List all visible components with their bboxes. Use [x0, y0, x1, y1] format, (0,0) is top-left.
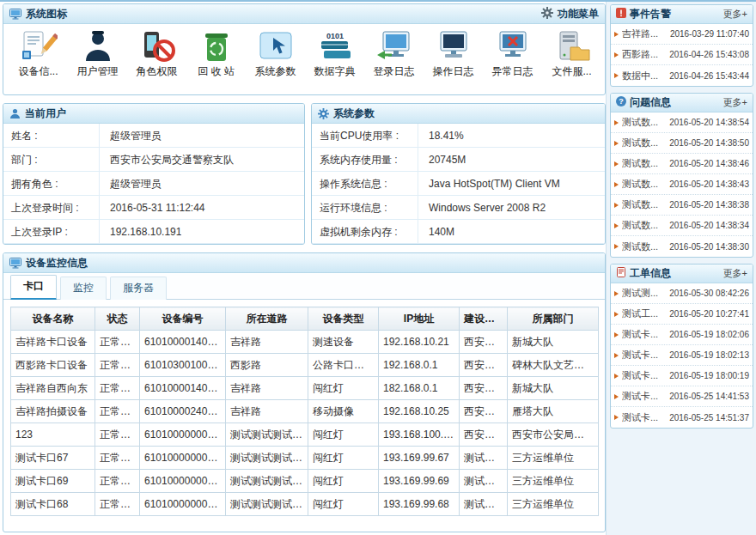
problem-item[interactable]: 测试数... 2016-05-20 14:38:43: [611, 174, 753, 195]
toolbar-item-recycle-bin[interactable]: 回 收 站: [186, 30, 246, 79]
work-order-item[interactable]: 测试卡... 2016-05-19 18:02:13: [611, 345, 753, 366]
work-order-item[interactable]: 测试工... 2016-05-20 10:27:41: [611, 304, 753, 325]
toolbar-item-label: 文件服...: [542, 64, 601, 79]
device-table-row[interactable]: 吉祥路自西向东 正常 61010000140001 吉祥路 闯红灯 182.16…: [11, 377, 599, 400]
status-badge: 正常: [100, 359, 131, 371]
toolbar-item-label: 角色权限: [127, 64, 186, 79]
event-alert-title: 事件告警: [630, 7, 671, 21]
work-order-header: 工单信息 更多+: [611, 264, 753, 283]
system-parameters-header: 系统参数: [312, 104, 605, 124]
toolbar-item-operation-log[interactable]: 操作日志: [424, 30, 483, 79]
cell-status: 正常: [95, 447, 140, 470]
cell-device-code: 61010000240005: [140, 400, 226, 423]
alert-item[interactable]: 数据中... 2016-04-26 15:43:44: [611, 65, 753, 86]
work-order-item[interactable]: 测试卡... 2016-05-25 14:41:53: [611, 386, 753, 407]
device-table-row[interactable]: 123 正常 61010000000701 测试测试测试测试1录 闯红灯 193…: [11, 423, 599, 447]
cell-road: 吉祥路: [226, 377, 308, 400]
bullet-icon: [614, 223, 619, 228]
toolbar-item-role-permissions[interactable]: 角色权限: [127, 30, 186, 79]
device-table-row[interactable]: 测试卡口68 正常 61010000000701 测试测试测试测试1录 闯红灯 …: [11, 493, 599, 516]
work-order-panel: 工单信息 更多+ 测试测... 2016-05-30 08:42:26 测试工.…: [610, 264, 753, 429]
toolbar-item-file-service[interactable]: 文件服...: [542, 30, 601, 79]
field-value: 140M: [418, 220, 454, 243]
cell-vendor: 测试厂商: [460, 470, 508, 493]
work-order-item[interactable]: 测试卡... 2016-05-19 18:00:19: [611, 366, 753, 386]
toolbar-item-device-info[interactable]: 设备信...: [9, 30, 68, 79]
alert-item[interactable]: 西影路... 2016-04-26 15:43:08: [611, 45, 753, 65]
dashboard: 系统图标 功能菜单 设备信...: [0, 0, 756, 535]
cell-status: 正常: [95, 493, 140, 516]
cell-road: 测试测试测试测试1录: [226, 493, 308, 516]
system-parameters-title: 系统参数: [333, 106, 375, 121]
function-menu-button[interactable]: 功能菜单: [541, 7, 599, 21]
field-label: 部门 :: [3, 148, 100, 171]
device-monitor-title: 设备监控信息: [26, 256, 88, 271]
problem-info-header: ? 问题信息 更多+: [611, 94, 753, 112]
toolbar-item-label: 用户管理: [68, 64, 127, 79]
work-order-item[interactable]: 测试卡... 2016-05-19 18:02:06: [611, 325, 753, 345]
file-service-icon: [542, 30, 601, 63]
current-user-title: 当前用户: [25, 106, 66, 121]
system-parameters-panel: 系统参数 当前CPU使用率 : 18.41% 系统内存使用量 : 20745M: [311, 103, 606, 245]
event-alert-more-link[interactable]: 更多+: [723, 8, 747, 21]
user-field-row: 上次登录IP : 192.168.10.191: [3, 220, 304, 244]
toolbar-item-exception-log[interactable]: 异常日志: [483, 30, 542, 79]
status-badge: 正常: [100, 475, 131, 487]
toolbar-item-system-parameters[interactable]: 系统参数: [246, 30, 305, 79]
status-badge: 正常: [100, 429, 131, 441]
problem-item[interactable]: 测试数... 2016-05-20 14:38:30: [611, 236, 753, 257]
problem-item[interactable]: 测试数... 2016-05-20 14:38:50: [611, 133, 753, 154]
field-label: 当前CPU使用率 :: [312, 124, 418, 147]
bullet-icon: [614, 353, 619, 358]
status-badge: 正常: [100, 336, 131, 348]
device-table-header-row: 设备名称 状态 设备编号 所在道路 设备类型 IP地址 建设厂家 所属部门: [11, 307, 599, 331]
toolbar-item-login-log[interactable]: 登录日志: [364, 30, 424, 79]
device-monitor-panel: 设备监控信息 卡口 监控 服务器 设备名称 状态 设备编号 所在道路: [3, 252, 606, 532]
work-order-item-time: 2016-05-19 18:00:19: [669, 371, 749, 380]
work-order-item[interactable]: 测试测... 2016-05-30 08:42:26: [611, 283, 753, 304]
problem-item[interactable]: 测试数... 2016-05-20 14:38:34: [611, 216, 753, 236]
cell-ip: 193.169.99.67: [379, 447, 460, 470]
system-field-row: 虚拟机剩余内存 : 140M: [312, 220, 605, 244]
bullet-icon: [614, 161, 619, 167]
alert-item[interactable]: 吉祥路... 2016-03-29 11:07:40: [611, 24, 753, 45]
cell-ip: 192.168.10.21: [379, 331, 460, 354]
role-permission-icon: [127, 30, 186, 63]
system-icons-panel: 系统图标 功能菜单 设备信...: [3, 3, 606, 95]
problem-item[interactable]: 测试数... 2016-05-20 14:38:46: [611, 154, 753, 174]
cell-device-code: 61010000000701: [140, 447, 226, 470]
alert-icon: [616, 8, 626, 21]
toolbar-item-label: 回 收 站: [186, 64, 246, 79]
device-table-row[interactable]: 吉祥路拍摄设备 正常 61010000240005 吉祥路 移动摄像 192.1…: [11, 400, 599, 423]
tab-checkpoint[interactable]: 卡口: [10, 275, 57, 300]
bullet-icon: [614, 182, 619, 187]
tab-server[interactable]: 服务器: [110, 277, 167, 300]
event-alert-panel: 事件告警 更多+ 吉祥路... 2016-03-29 11:07:40 西影路.…: [610, 4, 753, 87]
field-value: 18.41%: [418, 124, 464, 147]
col-status: 状态: [95, 307, 140, 331]
device-table-row[interactable]: 测试卡口69 正常 61010000000701 测试测试测试测试1录 闯红灯 …: [11, 470, 599, 493]
problem-item[interactable]: 测试数... 2016-05-20 14:38:54: [611, 112, 753, 133]
bullet-icon: [614, 203, 619, 208]
cell-status: 正常: [95, 354, 140, 377]
work-order-more-link[interactable]: 更多+: [723, 267, 747, 280]
toolbar-item-data-dictionary[interactable]: 0101 数据字典: [305, 30, 364, 79]
device-table-row[interactable]: 吉祥路卡口设备 正常 61010000140003 吉祥路 测速设备 192.1…: [11, 331, 599, 354]
device-table-row[interactable]: 西影路卡口设备 正常 61010300100202 西影路 公路卡口设备 192…: [11, 354, 599, 377]
cell-device-name: 123: [11, 423, 95, 447]
device-table-row[interactable]: 测试卡口67 正常 61010000000701 测试测试测试测试1录 闯红灯 …: [11, 447, 599, 470]
cell-road: 吉祥路: [226, 331, 308, 354]
work-order-item[interactable]: 测试卡... 2016-05-25 14:51:37: [611, 407, 753, 428]
work-order-item-time: 2016-05-19 18:02:13: [669, 350, 749, 360]
toolbar-item-user-management[interactable]: 用户管理: [68, 30, 127, 79]
problem-item-time: 2016-05-20 14:38:43: [669, 179, 749, 189]
recycle-bin-icon: [186, 30, 246, 63]
problem-item[interactable]: 测试数... 2016-05-20 14:38:38: [611, 195, 753, 216]
cell-status: 正常: [95, 423, 140, 447]
bullet-icon: [614, 244, 619, 249]
event-alert-list: 吉祥路... 2016-03-29 11:07:40 西影路... 2016-0…: [611, 24, 753, 86]
alert-item-text: 数据中...: [622, 70, 658, 82]
tab-surveillance[interactable]: 监控: [60, 277, 107, 300]
field-value: 20745M: [418, 148, 466, 171]
problem-info-more-link[interactable]: 更多+: [723, 96, 747, 109]
